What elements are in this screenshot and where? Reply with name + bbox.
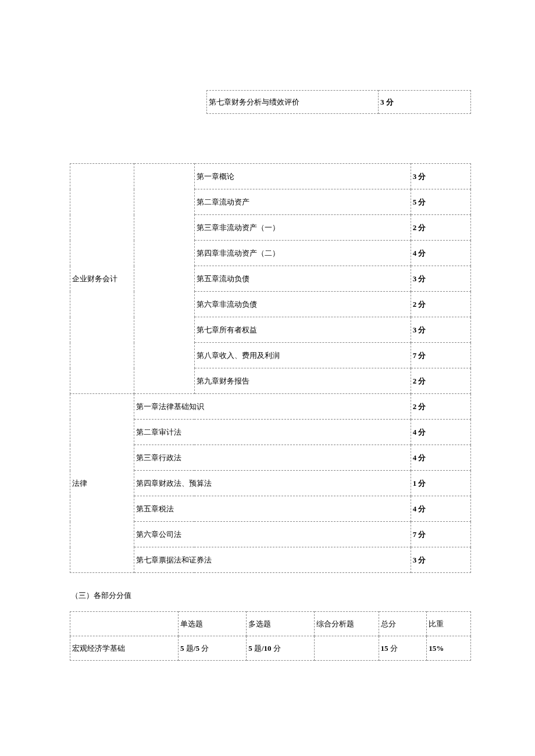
chapter-cell: 第七章所有者权益 (194, 317, 411, 343)
score-cell: 3 分 (411, 547, 470, 573)
chapter-cell: 第二章流动资产 (194, 189, 411, 215)
table-row: 企业财务会计 第一章概论 3 分 (70, 164, 471, 189)
score-cell: 15% (427, 636, 471, 661)
chapter-cell: 第七章财务分析与绩效评价 (206, 91, 378, 114)
chapter-cell: 第八章收入、费用及利润 (194, 343, 411, 368)
score-cell: 5 题/10 分 (247, 636, 315, 661)
score-cell: 5 题/5 分 (179, 636, 247, 661)
score-cell: 2 分 (411, 292, 470, 317)
table-row: 法律 第一章法律基础知识 2 分 (70, 394, 471, 420)
chapter-cell: 第一章概论 (194, 164, 411, 189)
empty-cell (134, 164, 194, 394)
section-heading: （三）各部分分值 (70, 590, 471, 601)
chapter-cell: 第二章审计法 (134, 420, 411, 445)
chapter-cell: 第三章行政法 (134, 445, 411, 471)
table-row: 宏观经济学基础 5 题/5 分 5 题/10 分 15 分 15% (70, 636, 471, 661)
score-cell: 5 分 (411, 189, 470, 215)
score-cell: 4 分 (411, 420, 470, 445)
score-cell: 15 分 (379, 636, 427, 661)
chapter-cell: 第六章非流动负债 (194, 292, 411, 317)
score-cell: 2 分 (411, 394, 470, 420)
chapter-cell: 第六章公司法 (134, 522, 411, 547)
score-cell: 3 分 (378, 91, 470, 114)
score-cell: 4 分 (411, 241, 470, 266)
score-cell: 1 分 (411, 471, 470, 496)
table-row: 第七章财务分析与绩效评价 3 分 (206, 91, 470, 114)
row-label-cell: 宏观经济学基础 (70, 636, 179, 661)
score-cell: 7 分 (411, 343, 470, 368)
score-cell: 7 分 (411, 522, 470, 547)
score-cell: 2 分 (411, 368, 470, 394)
chapter-cell: 第一章法律基础知识 (134, 394, 411, 420)
score-cell: 4 分 (411, 496, 470, 522)
header-cell: 多选题 (247, 612, 315, 636)
header-cell: 综合分析题 (315, 612, 379, 636)
score-cell: 3 分 (411, 317, 470, 343)
score-cell: 3 分 (411, 266, 470, 292)
header-cell: 总分 (379, 612, 427, 636)
chapter-cell: 第五章税法 (134, 496, 411, 522)
chapter-cell: 第五章流动负债 (194, 266, 411, 292)
chapter-cell: 第三章非流动资产（一） (194, 215, 411, 241)
category-cell: 法律 (70, 394, 134, 573)
header-cell (70, 612, 179, 636)
score-cell: 2 分 (411, 215, 470, 241)
main-chapters-table: 企业财务会计 第一章概论 3 分 第二章流动资产 5 分 第三章非流动资产（一）… (70, 163, 471, 573)
header-cell: 比重 (427, 612, 471, 636)
score-cell (315, 636, 379, 661)
chapter-cell: 第四章财政法、预算法 (134, 471, 411, 496)
chapter-cell: 第九章财务报告 (194, 368, 411, 394)
header-cell: 单选题 (179, 612, 247, 636)
table-header-row: 单选题 多选题 综合分析题 总分 比重 (70, 612, 471, 636)
score-cell: 4 分 (411, 445, 470, 471)
category-cell: 企业财务会计 (70, 164, 134, 394)
chapter-cell: 第七章票据法和证券法 (134, 547, 411, 573)
top-fragment-table: 第七章财务分析与绩效评价 3 分 (206, 90, 471, 114)
chapter-cell: 第四章非流动资产（二） (194, 241, 411, 266)
score-cell: 3 分 (411, 164, 470, 189)
scores-table: 单选题 多选题 综合分析题 总分 比重 宏观经济学基础 5 题/5 分 5 题/… (70, 611, 471, 661)
